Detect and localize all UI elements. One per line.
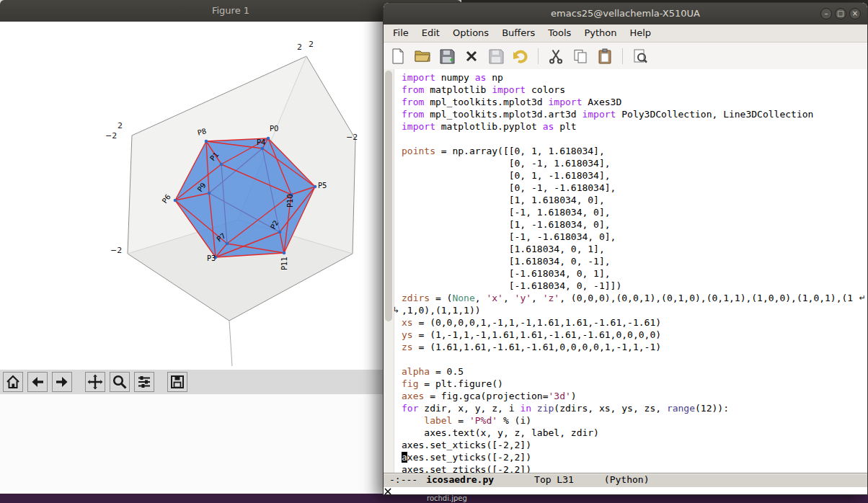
mode-line: -:--- icosaedre.py Top L31 (Python) <box>384 473 867 487</box>
code-line: alpha = 0.5 <box>402 365 867 378</box>
scrollbar[interactable] <box>384 69 394 473</box>
toolbar-separator <box>538 48 539 64</box>
save-buffer-button[interactable] <box>487 47 505 66</box>
code-line: points = np.array([[0, 1, 1.618034], <box>402 145 867 157</box>
code-area[interactable]: import numpy as npfrom matplotlib import… <box>394 71 867 473</box>
new-file-button[interactable] <box>389 47 407 66</box>
paste-clipboard-icon <box>597 48 613 64</box>
buffer-area[interactable]: import numpy as npfrom matplotlib import… <box>384 69 867 473</box>
search-button[interactable] <box>631 47 650 66</box>
back-arrow-icon <box>30 374 45 390</box>
line-continuation-indicator-icon: ↳ <box>393 304 399 316</box>
menu-help[interactable]: Help <box>623 25 657 42</box>
code-line: [0, 1, -1.618034], <box>402 169 867 182</box>
forward-button[interactable] <box>52 372 72 392</box>
emacs-window-title: emacs25@vellachemla-X510UA <box>551 8 700 19</box>
close-buffer-button[interactable] <box>462 47 481 66</box>
open-folder-icon <box>414 49 431 63</box>
point-label: P0 <box>270 125 278 133</box>
code-line: zs = (1.61,1.61,-1.61,-1.61,0,0,0,0,1,-1… <box>402 341 867 353</box>
undo-arrow-icon <box>512 48 529 64</box>
menu-file[interactable]: File <box>386 25 415 42</box>
point-label: P3 <box>207 254 216 262</box>
vertex-dot <box>174 199 177 202</box>
code-line: axes.set_yticks([-2,2]) <box>402 451 867 463</box>
code-line: [1, 1.618034, 0], <box>402 194 867 206</box>
code-line: import numpy as np <box>402 71 867 84</box>
home-icon <box>5 374 21 390</box>
code-line: import matplotlib.pyplot as plt <box>402 120 867 133</box>
copy-pages-icon <box>572 48 588 64</box>
emacs-window: emacs25@vellachemla-X510UA – □ × File Ed… <box>383 2 868 495</box>
code-line: from matplotlib import colors <box>402 84 867 96</box>
back-button[interactable] <box>27 372 48 392</box>
new-file-icon <box>390 48 406 65</box>
menu-options[interactable]: Options <box>446 25 495 42</box>
point-label: P10 <box>286 194 294 208</box>
minibuffer[interactable] <box>384 487 867 494</box>
code-line: [-1.618034, 0, -1]]) <box>402 280 867 292</box>
tick-label: 2 <box>297 43 302 52</box>
vertex-dot <box>267 137 270 141</box>
save-figure-button[interactable] <box>167 372 187 392</box>
menu-tools[interactable]: Tools <box>541 25 577 42</box>
zoom-button[interactable] <box>110 372 130 392</box>
save-floppy-icon <box>169 374 185 390</box>
code-line: ys = (1,-1,1,-1,1.61,1.61,-1.61,-1.61,0,… <box>402 329 867 341</box>
menu-python[interactable]: Python <box>577 25 623 42</box>
open-file-button[interactable] <box>413 47 432 66</box>
emacs-toolbar <box>384 43 867 71</box>
line-wrap-indicator-icon: ↵ <box>859 292 866 304</box>
point-label: P5 <box>318 182 327 190</box>
paste-button[interactable] <box>595 47 614 66</box>
code-line: ,1,0),(1,1,1))↳ <box>402 304 867 316</box>
code-line: [-1.618034, 0, 1], <box>402 267 867 280</box>
subplots-sliders-icon <box>136 374 152 390</box>
vertex-dot <box>226 242 229 246</box>
modeline-position: Top L31 <box>534 473 574 487</box>
close-button[interactable]: × <box>849 8 861 19</box>
vertex-dot <box>220 163 223 166</box>
code-line: axes = fig.gca(projection='3d') <box>402 390 867 402</box>
subplots-button[interactable] <box>134 372 154 392</box>
vertex-dot <box>261 147 265 151</box>
pan-button[interactable] <box>85 372 105 392</box>
toolbar-separator <box>622 48 623 64</box>
code-line: [0, -1, 1.618034], <box>402 157 867 169</box>
copy-button[interactable] <box>571 47 590 66</box>
close-x-icon <box>464 49 479 63</box>
minimize-button[interactable]: – <box>820 8 832 19</box>
floppy-disk-icon <box>439 48 455 64</box>
code-line: axes.text(x, y, z, label, zdir) <box>402 427 867 439</box>
vertex-dot <box>208 192 211 195</box>
figure-window-title: Figure 1 <box>212 5 249 16</box>
code-line: [1, -1.618034, 0], <box>402 218 867 231</box>
forward-arrow-icon <box>54 374 70 390</box>
modeline-flags: -:--- <box>389 473 417 487</box>
vertex-dot <box>278 231 282 234</box>
menu-edit[interactable]: Edit <box>415 25 446 42</box>
code-line: zdirs = (None, 'x', 'y', 'z', (0,0,0),(0… <box>402 292 867 304</box>
save-as-button[interactable] <box>438 47 456 66</box>
code-line: [0, -1, -1.618034], <box>402 182 867 194</box>
pan-icon <box>87 374 103 390</box>
point-label: P4 <box>257 138 265 146</box>
desktop-icon-label[interactable]: rochdi.jpeg <box>427 494 467 502</box>
vertex-dot <box>205 140 208 143</box>
code-line: for zdir, x, y, z, i in zip(zdirs, xs, y… <box>402 402 867 414</box>
vertex-dot <box>283 252 286 255</box>
emacs-titlebar[interactable]: emacs25@vellachemla-X510UA – □ × <box>384 3 867 25</box>
scrollbar-thumb[interactable] <box>385 71 392 321</box>
menu-bar: File Edit Options Buffers Tools Python H… <box>384 25 867 43</box>
maximize-button[interactable]: □ <box>835 8 846 19</box>
search-icon <box>632 48 648 64</box>
undo-button[interactable] <box>511 47 530 66</box>
home-button[interactable] <box>3 372 23 392</box>
code-line: axes.set_zticks([-2,2]) <box>402 463 867 473</box>
tick-label: −2 <box>105 131 117 141</box>
tick-label: 2 <box>309 40 314 49</box>
cut-scissors-icon <box>548 48 564 64</box>
cut-button[interactable] <box>546 47 565 66</box>
code-line: from mpl_toolkits.mplot3d.art3d import P… <box>402 108 867 120</box>
menu-buffers[interactable]: Buffers <box>495 25 541 42</box>
